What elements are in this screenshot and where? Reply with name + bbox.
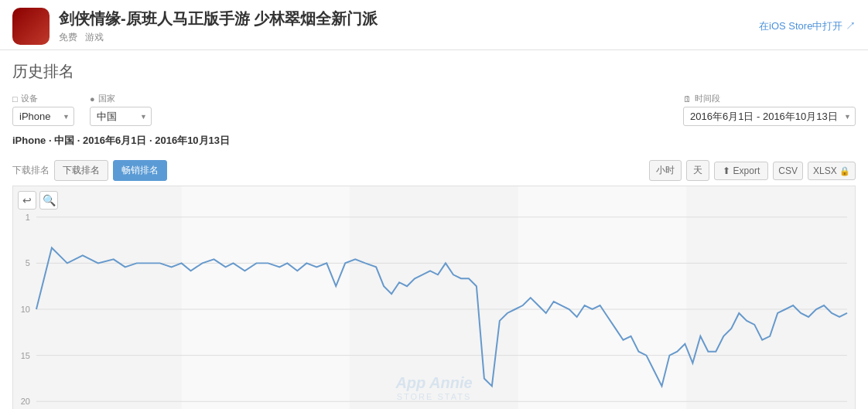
chart-svg: 1 5 10 15 20 2016年6月 2016年7月 2016年8月 201… [13,186,855,409]
zoom-icon: 🔍 [43,194,56,206]
breadcrumb-text: iPhone · 中国 · 2016年6月1日 · 2016年10月13日 [12,135,230,146]
chart-area: ↩ 🔍 1 5 10 15 20 2016年6月 2016年7月 2016年8月… [12,186,856,409]
download-rank-btn[interactable]: 下载排名 [54,160,108,181]
ios-store-link[interactable]: 在iOS Store中打开 ↗ [759,19,856,33]
export-btn[interactable]: ⬆ Export [714,162,768,180]
section-title: 历史排名 [0,50,868,90]
country-control: ● 国家 中国 美国 日本 [90,93,152,126]
date-range-wrapper: 2016年6月1日 - 2016年10月13日 [683,107,856,126]
chart-controls: 下载排名 下载排名 畅销排名 小时 天 ⬆ Export CSV XLSX 🔒 [0,155,868,186]
lock-icon: 🔒 [839,166,850,176]
device-icon: □ [12,94,18,104]
controls-left: □ □ 设备 设备 iPhone iPad ● 国家 中国 美国 日 [12,93,152,126]
svg-rect-4 [518,186,687,409]
app-details: 剑侠情缘-原班人马正版手游 少林翠烟全新门派 免费 游戏 [59,9,378,44]
country-select[interactable]: 中国 美国 日本 [90,107,152,126]
date-range-group: 🗓 时间段 2016年6月1日 - 2016年10月13日 [683,93,856,126]
svg-rect-2 [182,186,350,409]
calendar-icon: 🗓 [683,94,692,104]
chart-type-label: 下载排名 [12,164,50,177]
grossing-rank-btn[interactable]: 畅销排名 [113,160,167,181]
svg-text:20: 20 [21,397,30,406]
controls-right: 🗓 时间段 2016年6月1日 - 2016年10月13日 [683,93,856,126]
svg-rect-1 [13,186,182,409]
svg-rect-5 [686,186,855,409]
svg-text:1: 1 [26,213,30,222]
svg-text:5: 5 [26,258,30,268]
csv-btn[interactable]: CSV [773,162,803,180]
zoom-btn[interactable]: 🔍 [39,191,58,210]
chart-actions: 小时 天 ⬆ Export CSV XLSX 🔒 [649,160,856,181]
country-label: ● 国家 [90,93,152,104]
app-header: 剑侠情缘-原班人马正版手游 少林翠烟全新门派 免费 游戏 在iOS Store中… [0,0,868,50]
app-info: 剑侠情缘-原班人马正版手游 少林翠烟全新门派 免费 游戏 [12,8,378,45]
xlsx-btn[interactable]: XLSX 🔒 [808,162,856,180]
app-meta-type: 游戏 [85,31,104,44]
day-btn[interactable]: 天 [686,160,709,181]
svg-text:15: 15 [21,351,30,360]
app-title: 剑侠情缘-原班人马正版手游 少林翠烟全新门派 [59,9,378,29]
app-meta-free: 免费 [59,31,77,44]
device-label: □ □ 设备 设备 [12,93,74,104]
controls-row: □ □ 设备 设备 iPhone iPad ● 国家 中国 美国 日 [0,90,868,129]
country-icon: ● [90,94,95,104]
time-label: 🗓 时间段 [683,93,856,104]
country-select-wrapper: 中国 美国 日本 [90,107,152,126]
device-control: □ □ 设备 设备 iPhone iPad [12,93,74,126]
chart-type-group: 下载排名 下载排名 畅销排名 [12,160,167,181]
app-icon [12,8,50,45]
app-meta: 免费 游戏 [59,31,378,44]
svg-text:10: 10 [21,305,30,314]
date-range-select[interactable]: 2016年6月1日 - 2016年10月13日 [683,107,856,126]
device-select[interactable]: iPhone iPad [12,107,74,126]
device-select-wrapper: iPhone iPad [12,107,74,126]
hour-btn[interactable]: 小时 [649,160,682,181]
chart-toolbar: ↩ 🔍 [18,191,58,210]
undo-btn[interactable]: ↩ [18,191,36,210]
breadcrumb: iPhone · 中国 · 2016年6月1日 · 2016年10月13日 [0,129,868,155]
xlsx-label: XLSX [813,165,837,176]
